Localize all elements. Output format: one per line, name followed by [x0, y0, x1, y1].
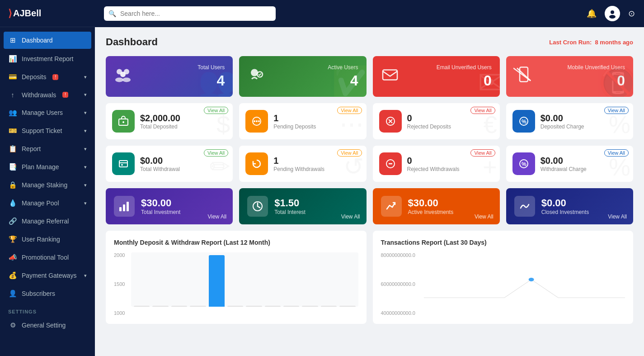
- svg-point-34: [528, 278, 534, 281]
- monthly-bar-6: [246, 306, 262, 307]
- sidebar-item-subscribers[interactable]: 👤 Subscribers: [0, 285, 95, 303]
- view-all-closed-investments[interactable]: View All: [608, 214, 627, 220]
- stat-card-mobile-unverified: Mobile Unverified Users 0 📵: [506, 56, 633, 97]
- sidebar-item-manage-pool[interactable]: 💧 Manage Pool ▾: [0, 194, 95, 212]
- sidebar: ⟩ AJBell ⊞ Dashboard 📊 Investment Report…: [0, 0, 95, 356]
- svg-point-17: [258, 120, 260, 122]
- sidebar-item-manage-users[interactable]: 👥 Manage Users ▾: [0, 104, 95, 122]
- investment-report-icon: 📊: [8, 55, 17, 63]
- sidebar-item-label: Subscribers: [22, 290, 55, 297]
- monthly-chart-yaxis: 2000 1500 1000: [114, 252, 130, 316]
- withdrawal-charge-icon: %: [512, 152, 535, 175]
- view-all-active-investments[interactable]: View All: [475, 214, 494, 220]
- stat-card-active-users: Active Users 4 ✅: [239, 56, 366, 97]
- monthly-bar-1: [152, 306, 168, 307]
- sidebar-item-general-setting[interactable]: ⚙ General Setting: [0, 316, 95, 334]
- ranking-icon: 🏆: [8, 235, 17, 243]
- monthly-bar-7: [265, 306, 281, 307]
- settings-icon[interactable]: ⊙: [628, 9, 635, 19]
- monthly-bar-9: [302, 306, 318, 307]
- sidebar-item-user-ranking[interactable]: 🏆 User Ranking: [0, 230, 95, 248]
- sidebar-item-manage-staking[interactable]: 🔒 Manage Staking ▾: [0, 176, 95, 194]
- report-icon: 📋: [8, 145, 17, 153]
- mini-card-rejected-deposits: View All 0 Rejected Deposits €: [373, 103, 500, 139]
- promotional-icon: 📣: [8, 253, 17, 261]
- manage-users-icon: 👥: [8, 109, 17, 117]
- stat-card-total-users: Total Users 4 👥: [106, 56, 233, 97]
- sidebar-item-report[interactable]: 📋 Report ▾: [0, 140, 95, 158]
- charts-row: Monthly Deposit & Withdraw Report (Last …: [106, 231, 633, 324]
- topbar: 🔍 🔔 ⊙: [95, 0, 644, 27]
- sidebar-item-deposits[interactable]: 💳 Deposits ! ▾: [0, 68, 95, 86]
- monthly-bar-10: [321, 306, 337, 307]
- cron-value: 8 months ago: [595, 39, 633, 46]
- view-all-total-investment[interactable]: View All: [207, 214, 226, 220]
- svg-rect-30: [119, 207, 122, 211]
- chevron-down-icon: ▾: [84, 74, 87, 80]
- total-deposited-icon: [112, 110, 135, 133]
- gear-icon: ⚙: [8, 321, 17, 329]
- svg-point-0: [611, 10, 614, 14]
- svg-point-5: [115, 78, 123, 82]
- deposits-badge: !: [52, 74, 58, 80]
- pool-icon: 💧: [8, 199, 17, 207]
- user-stat-cards-grid: Total Users 4 👥 Active Users 4 ✅: [106, 56, 633, 97]
- sidebar-item-withdrawals[interactable]: ↑ Withdrawals ! ▾: [0, 86, 95, 104]
- sidebar-item-label: Plan Manage: [22, 163, 59, 171]
- chevron-down-icon: ▾: [84, 92, 87, 98]
- svg-text:%: %: [522, 119, 526, 125]
- view-all-total-interest[interactable]: View All: [341, 214, 360, 220]
- sidebar-item-promotional-tool[interactable]: 📣 Promotional Tool: [0, 248, 95, 266]
- svg-point-6: [122, 78, 131, 82]
- logo-text: AJBell: [13, 8, 41, 19]
- svg-text:%: %: [522, 161, 526, 167]
- total-investment-value: $30.00: [141, 197, 225, 209]
- svg-point-1: [609, 15, 616, 19]
- sidebar-item-label: Dashboard: [22, 37, 53, 44]
- chevron-down-icon: ▾: [84, 273, 87, 279]
- sidebar-item-label: User Ranking: [22, 236, 60, 243]
- sidebar-item-support-ticket[interactable]: 🎫 Support Ticket ▾: [0, 122, 95, 140]
- mini-card-deposited-charge: View All % $0.00 Deposited Charge %: [506, 103, 633, 139]
- search-input[interactable]: [104, 6, 276, 21]
- withdrawal-cards-grid: View All $0.00 Total Withdrawal ✏ View A…: [106, 146, 633, 182]
- deposited-charge-icon: %: [512, 110, 535, 133]
- search-wrap: 🔍: [104, 6, 276, 21]
- support-ticket-icon: 🎫: [8, 127, 17, 135]
- sidebar-logo: ⟩ AJBell: [0, 0, 95, 27]
- sidebar-item-manage-referral[interactable]: 🔗 Manage Referral: [0, 212, 95, 230]
- inv-card-active-investments: $30.00 Active Investments View All: [373, 188, 500, 224]
- main-area: 🔍 🔔 ⊙ Dashboard Last Cron Run: 8 months …: [95, 0, 644, 356]
- mini-card-rejected-withdrawals: View All 0 Rejected Withdrawals +: [373, 146, 500, 182]
- total-withdrawal-icon: [112, 152, 135, 175]
- chevron-down-icon: ▾: [84, 200, 87, 206]
- sidebar-item-plan-manage[interactable]: 📑 Plan Manage ▾: [0, 158, 95, 176]
- avatar[interactable]: [605, 6, 620, 21]
- svg-rect-31: [123, 204, 125, 211]
- logo-symbol: ⟩: [8, 8, 12, 19]
- mini-card-pending-deposits: View All 1 Pending Deposits ⋯: [239, 103, 366, 139]
- monthly-chart-title: Monthly Deposit & Withdraw Report (Last …: [114, 239, 358, 246]
- total-deposited-label: Total Deposited: [140, 123, 226, 130]
- sidebar-item-investment-report[interactable]: 📊 Investment Report: [0, 50, 95, 68]
- total-interest-icon: [247, 196, 268, 217]
- sidebar-item-dashboard[interactable]: ⊞ Dashboard: [4, 32, 91, 49]
- investment-cards-grid: $30.00 Total Investment View All $1.50 T…: [106, 188, 633, 224]
- sidebar-item-payment-gateways[interactable]: 💰 Payment Gateways ▾: [0, 266, 95, 285]
- sidebar-navigation: ⊞ Dashboard 📊 Investment Report 💳 Deposi…: [0, 27, 95, 356]
- inv-card-total-investment: $30.00 Total Investment View All: [106, 188, 233, 224]
- page-title: Dashboard: [106, 36, 158, 48]
- bell-icon[interactable]: 🔔: [587, 9, 597, 19]
- dashboard-icon: ⊞: [8, 36, 17, 44]
- total-deposited-value: $2,000.00: [140, 113, 226, 123]
- sidebar-item-label: Manage Users: [22, 109, 63, 116]
- active-investments-value: $30.00: [408, 197, 492, 209]
- sidebar-item-label: Payment Gateways: [22, 272, 76, 279]
- cron-label: Last Cron Run:: [549, 39, 592, 46]
- pending-deposits-icon: [245, 110, 268, 133]
- referral-icon: 🔗: [8, 217, 17, 225]
- chevron-down-icon: ▾: [84, 128, 87, 134]
- rejected-withdrawals-icon: [379, 152, 402, 175]
- total-interest-value: $1.50: [274, 197, 358, 209]
- pending-withdrawals-icon: [245, 152, 268, 175]
